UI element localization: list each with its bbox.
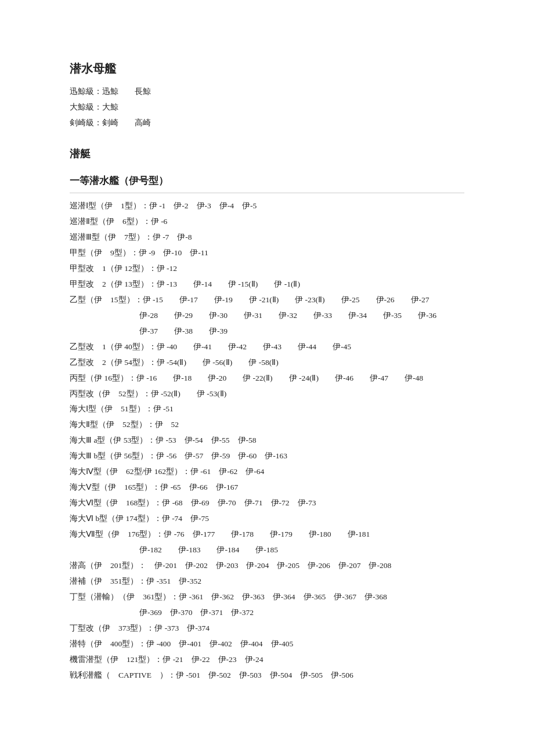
page-container: 潜水母艦 迅鯨級：迅鯨 長鯨 大鯨級：大鯨 剣崎級：剣崎 高崎 潜艇 一等潜水艦… [70,58,464,683]
sub-line-24: 潜特（伊 400型）：伊 -400 伊-401 伊-402 伊-404 伊-40… [70,637,464,652]
sub-line-3: 甲型（伊 9型）：伊 -9 伊-10 伊-11 [70,246,464,261]
sub-line-15: 海大Ⅳ型（伊 62型/伊 162型）：伊 -61 伊-62 伊-64 [70,465,464,479]
sub-line-19b: 伊-182 伊-183 伊-184 伊-185 [139,543,464,558]
sub-line-10: 丙型改（伊 52型）：伊 -52(Ⅱ) 伊 -53(Ⅱ) [70,387,464,401]
sub-line-2: 巡潜Ⅲ型（伊 7型）：伊 -7 伊-8 [70,230,464,245]
submarine-list: 巡潜Ⅰ型（伊 1型）：伊 -1 伊-2 伊-3 伊-4 伊-5 巡潜Ⅱ型（伊 6… [70,199,464,683]
sub-line-20: 潜高（伊 201型）： 伊-201 伊-202 伊-203 伊-204 伊-20… [70,559,464,573]
sub-line-5: 甲型改 2（伊 13型）：伊 -13 伊-14 伊 -15(Ⅱ) 伊 -1(Ⅱ) [70,277,464,292]
sub-line-12: 海大Ⅱ型（伊 52型）：伊 52 [70,418,464,432]
sub-line-13: 海大Ⅲ a型（伊 53型）：伊 -53 伊-54 伊-55 伊-58 [70,433,464,448]
sub-line-6c: 伊-37 伊-38 伊-39 [139,324,464,339]
tender-line-3: 剣崎級：剣崎 高崎 [70,116,464,131]
sub-line-18: 海大Ⅵ b型（伊 174型）：伊 -74 伊-75 [70,512,464,526]
sub-line-23: 丁型改（伊 373型）：伊 -373 伊-374 [70,621,464,636]
title-ittou: 一等潜水艦（伊号型） [70,172,464,193]
sub-line-19: 海大Ⅶ型（伊 176型）：伊 -76 伊-177 伊-178 伊-179 伊-1… [70,527,464,542]
sub-line-9: 丙型（伊 16型）：伊 -16 伊-18 伊-20 伊 -22(Ⅱ) 伊 -24… [70,371,464,386]
title-submarine: 潜艇 [70,144,464,163]
sub-line-7: 乙型改 1（伊 40型）：伊 -40 伊-41 伊-42 伊-43 伊-44 伊… [70,340,464,355]
sub-line-8: 乙型改 2（伊 54型）：伊 -54(Ⅱ) 伊 -56(Ⅱ) 伊 -58(Ⅱ) [70,356,464,370]
sub-line-22b: 伊-369 伊-370 伊-371 伊-372 [139,606,464,620]
sub-line-4: 甲型改 1（伊 12型）：伊 -12 [70,262,464,276]
sub-line-25: 機雷潜型（伊 121型）：伊 -21 伊-22 伊-23 伊-24 [70,653,464,667]
sub-line-22: 丁型（潜輸）（伊 361型）：伊 -361 伊-362 伊-363 伊-364 … [70,590,464,605]
sub-line-0: 巡潜Ⅰ型（伊 1型）：伊 -1 伊-2 伊-3 伊-4 伊-5 [70,199,464,214]
sub-line-14: 海大Ⅲ b型（伊 56型）：伊 -56 伊-57 伊-59 伊-60 伊-163 [70,449,464,464]
sub-line-16: 海大Ⅴ型（伊 165型）：伊 -65 伊-66 伊-167 [70,480,464,495]
sub-line-6: 乙型（伊 15型）：伊 -15 伊-17 伊-19 伊 -21(Ⅱ) 伊 -23… [70,293,464,308]
submarine-tender-section: 迅鯨級：迅鯨 長鯨 大鯨級：大鯨 剣崎級：剣崎 高崎 [70,85,464,131]
sub-line-17: 海大Ⅵ型（伊 168型）：伊 -68 伊-69 伊-70 伊-71 伊-72 伊… [70,496,464,511]
sub-line-6b: 伊-28 伊-29 伊-30 伊-31 伊-32 伊-33 伊-34 伊-35 … [139,309,464,323]
tender-line-1: 迅鯨級：迅鯨 長鯨 [70,85,464,99]
sub-line-11: 海大Ⅰ型（伊 51型）：伊 -51 [70,402,464,417]
tender-line-2: 大鯨級：大鯨 [70,100,464,115]
title-submarine-tender: 潜水母艦 [70,58,464,79]
sub-line-26: 戦利潜艦（ CAPTIVE ）：伊 -501 伊-502 伊-503 伊-504… [70,668,464,683]
sub-line-21: 潜補（伊 351型）：伊 -351 伊-352 [70,574,464,589]
sub-line-1: 巡潜Ⅱ型（伊 6型）：伊 -6 [70,215,464,229]
